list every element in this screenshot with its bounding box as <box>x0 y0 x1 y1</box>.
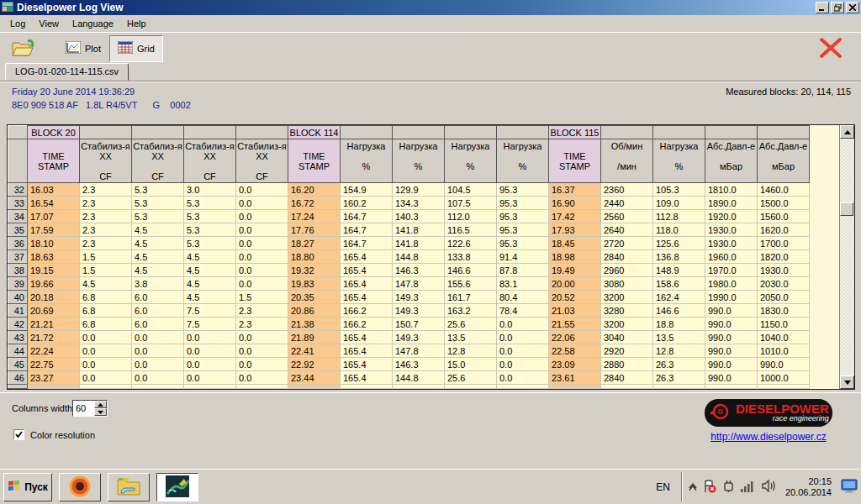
grid-cell[interactable]: 0.0 <box>236 331 288 344</box>
grid-cell[interactable]: 134.3 <box>393 197 445 210</box>
grid-cell[interactable]: 19.32 <box>288 264 341 277</box>
row-number[interactable]: 42 <box>8 318 28 331</box>
grid-cell[interactable]: 1.5 <box>236 291 288 304</box>
grid-cell[interactable]: 2560 <box>601 210 653 223</box>
column-header[interactable]: Стабилиз-я XX CF <box>80 139 132 183</box>
grid-cell[interactable]: 21.89 <box>288 331 341 344</box>
grid-cell[interactable]: 165.4 <box>341 371 393 385</box>
column-header[interactable]: TIME STAMP <box>288 139 341 183</box>
grid-cell[interactable]: 2440 <box>601 197 653 210</box>
grid-cell[interactable]: 2640 <box>601 223 653 237</box>
grid-cell[interactable]: 165.4 <box>341 250 393 264</box>
grid-cell[interactable]: 164.7 <box>341 223 393 237</box>
grid-cell[interactable]: 13.5 <box>653 331 705 344</box>
grid-cell[interactable]: 19.66 <box>28 277 80 291</box>
language-indicator[interactable]: EN <box>656 481 675 493</box>
grid-cell[interactable]: 4.5 <box>132 250 184 264</box>
grid-cell[interactable]: 7.5 <box>184 318 236 331</box>
grid-cell[interactable]: 122.6 <box>445 237 497 250</box>
grid-cell[interactable]: 12.8 <box>653 344 705 358</box>
grid-cell[interactable]: 133.8 <box>445 250 497 264</box>
menu-item-log[interactable]: Log <box>3 17 32 30</box>
grid-cell[interactable]: 23.09 <box>549 358 601 371</box>
grid-cell[interactable]: 0.0 <box>80 331 132 344</box>
grid-cell[interactable]: 141.8 <box>393 237 445 250</box>
grid-cell[interactable]: 1.5 <box>80 264 132 277</box>
grid-cell[interactable]: 2720 <box>601 237 653 250</box>
row-number[interactable]: 32 <box>8 183 28 197</box>
grid-cell[interactable]: 6.8 <box>80 291 132 304</box>
grid-cell[interactable]: 95.3 <box>497 237 549 250</box>
column-header[interactable]: Абс.Давл-е мБар <box>758 139 810 183</box>
grid-cell[interactable]: 15.0 <box>445 358 497 371</box>
grid-cell[interactable]: 5.3 <box>132 210 184 223</box>
grid-cell[interactable]: 125.6 <box>653 237 705 250</box>
grid-cell[interactable]: 3.8 <box>132 277 184 291</box>
grid-cell[interactable]: 0.0 <box>497 318 549 331</box>
grid-cell[interactable]: 23.27 <box>28 371 80 385</box>
grid-cell[interactable]: 21.21 <box>28 318 80 331</box>
grid-cell[interactable]: 6.8 <box>80 318 132 331</box>
grid-cell[interactable]: 17.59 <box>28 223 80 237</box>
grid-cell[interactable]: 26.3 <box>653 358 705 371</box>
grid-cell[interactable]: 25.6 <box>445 318 497 331</box>
column-header[interactable]: Стабилиз-я XX CF <box>236 139 288 183</box>
speaker-icon[interactable] <box>762 480 776 494</box>
grid-cell[interactable]: 2030.0 <box>758 277 810 291</box>
grid-cell[interactable]: 87.8 <box>497 264 549 277</box>
grid-cell[interactable]: 1890.0 <box>705 197 758 210</box>
grid-cell[interactable]: 1150.0 <box>758 318 810 331</box>
column-header[interactable]: TIME STAMP <box>549 139 601 183</box>
grid-cell[interactable]: 136.8 <box>653 250 705 264</box>
grid-cell[interactable]: 21.38 <box>288 318 341 331</box>
grid-cell[interactable]: 3200 <box>601 291 653 304</box>
grid-cell[interactable]: 0.0 <box>497 344 549 358</box>
show-desktop-icon[interactable] <box>841 479 858 496</box>
grid-cell[interactable]: 20.00 <box>549 277 601 291</box>
taskbar-app-logview[interactable] <box>156 473 198 501</box>
grid-cell[interactable]: 18.10 <box>28 237 80 250</box>
grid-cell[interactable]: 2960 <box>601 264 653 277</box>
grid-cell[interactable]: 162.4 <box>653 291 705 304</box>
grid-cell[interactable]: 105.3 <box>653 183 705 197</box>
grid-cell[interactable]: 2.3 <box>236 304 288 318</box>
grid-cell[interactable]: 3.0 <box>184 183 236 197</box>
grid-cell[interactable]: 4.5 <box>184 277 236 291</box>
column-header[interactable]: Нагрузка % <box>653 139 705 183</box>
grid-cell[interactable]: 0.0 <box>236 358 288 371</box>
grid-cell[interactable]: 147.8 <box>393 277 445 291</box>
grid-cell[interactable]: 116.5 <box>445 223 497 237</box>
grid-cell[interactable]: 91.4 <box>497 250 549 264</box>
scrollbar-track[interactable] <box>840 139 854 375</box>
grid-button[interactable]: Grid <box>109 35 163 62</box>
vertical-scrollbar[interactable] <box>839 125 854 389</box>
grid-cell[interactable]: 5.3 <box>184 197 236 210</box>
column-header[interactable]: Нагрузка % <box>497 139 549 183</box>
grid-cell[interactable]: 149.3 <box>393 304 445 318</box>
grid-cell[interactable]: 16.54 <box>28 197 80 210</box>
grid-cell[interactable]: 23.44 <box>288 371 341 385</box>
grid-cell[interactable]: 2920 <box>601 344 653 358</box>
grid-cell[interactable]: 83.1 <box>497 277 549 291</box>
grid-cell[interactable]: 0.0 <box>236 264 288 277</box>
grid-cell[interactable]: 129.9 <box>393 183 445 197</box>
grid-cell[interactable]: 4.5 <box>80 277 132 291</box>
grid-cell[interactable]: 4.5 <box>132 264 184 277</box>
grid-cell[interactable]: 2.3 <box>80 223 132 237</box>
grid-cell[interactable]: 990.0 <box>705 304 758 318</box>
row-number[interactable]: 45 <box>8 358 28 371</box>
row-number[interactable]: 44 <box>8 344 28 358</box>
grid-cell[interactable]: 2.3 <box>236 318 288 331</box>
grid-cell[interactable]: 19.15 <box>28 264 80 277</box>
grid-cell[interactable]: 95.3 <box>497 210 549 223</box>
grid-cell[interactable]: 4.5 <box>132 237 184 250</box>
grid-cell[interactable]: 19.49 <box>549 264 601 277</box>
minimize-button[interactable] <box>816 2 829 13</box>
grid-cell[interactable]: 20.86 <box>288 304 341 318</box>
grid-cell[interactable]: 78.4 <box>497 304 549 318</box>
grid-cell[interactable]: 21.03 <box>549 304 601 318</box>
grid-cell[interactable]: 109.0 <box>653 197 705 210</box>
grid-cell[interactable]: 144.8 <box>393 371 445 385</box>
grid-cell[interactable]: 1460.0 <box>758 183 810 197</box>
grid-cell[interactable]: 0.0 <box>132 371 184 385</box>
